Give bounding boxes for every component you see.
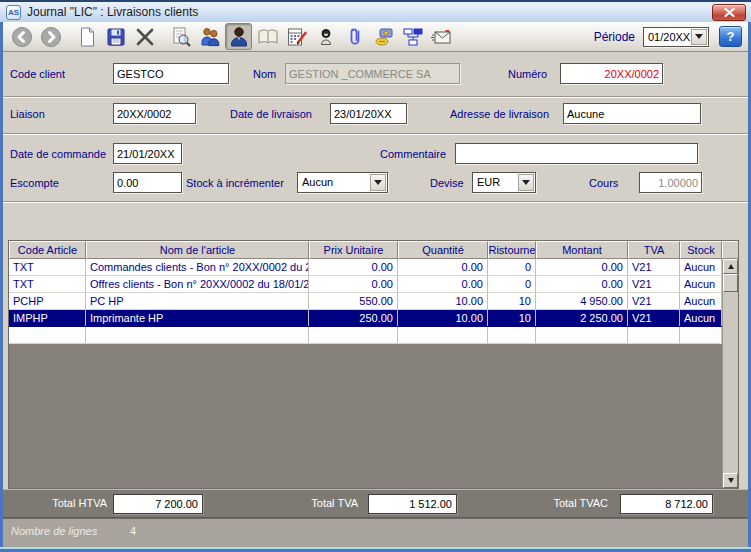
period-dropdown-button[interactable] [691,29,707,45]
email-button[interactable] [428,23,455,50]
cours-input [639,172,702,193]
window-frame [0,22,3,552]
scrollbar-thumb[interactable] [723,274,738,292]
cell-prix: 0.00 [309,276,398,292]
table-row[interactable]: PCHP PC HP 550.00 10.00 10 4 950.00 V21 … [9,293,722,310]
cell-tva: V21 [628,259,680,275]
total-tvac-label: Total TVAC [542,497,608,509]
code-client-input[interactable] [113,63,229,84]
cell-code: TXT [9,276,86,292]
column-header-montant[interactable]: Montant [536,241,628,259]
column-header-quantite[interactable]: Quantité [398,241,488,259]
cell-ristourne: 10 [488,293,536,309]
numero-label: Numéro [508,68,547,80]
client-selected-button[interactable] [225,23,252,50]
forward-button[interactable] [37,23,64,50]
attachment-button[interactable] [341,23,368,50]
cell-nom: PC HP [86,293,309,309]
delete-button[interactable] [131,23,158,50]
preview-document-button[interactable] [167,23,194,50]
contact-button[interactable] [312,23,339,50]
devise-select[interactable]: EUR [472,172,536,193]
date-commande-input[interactable] [113,143,182,164]
status-bar: Nombre de lignes 4 [3,518,748,547]
cell-montant: 0.00 [536,276,628,292]
divider [3,133,748,135]
book-button[interactable] [254,23,281,50]
scroll-down-button[interactable] [723,473,738,488]
new-document-button[interactable] [73,23,100,50]
commentaire-input[interactable] [455,143,698,164]
cell-quantite: 10.00 [398,310,488,326]
title-bar: AS Journal "LIC" : Livraisons clients [0,0,751,22]
column-header-stock[interactable]: Stock [680,241,722,259]
close-button[interactable] [712,4,746,21]
cell-prix: 550.00 [309,293,398,309]
window-frame [0,547,751,552]
structure-button[interactable] [399,23,426,50]
table-row-empty[interactable] [9,327,722,344]
escompte-label: Escompte [10,177,59,189]
total-htva-value [113,494,203,514]
scroll-up-button[interactable] [723,259,738,274]
column-header-spacer [722,241,738,259]
save-icon [104,25,128,49]
payment-button[interactable] [370,23,397,50]
cell-nom: Offres clients - Bon n° 20XX/0002 du 18/… [86,276,309,292]
clients-button[interactable] [196,23,223,50]
column-header-nom-article[interactable]: Nom de l'article [86,241,309,259]
save-button[interactable] [102,23,129,50]
help-button[interactable]: ? [719,26,742,47]
contact-icon [314,25,338,49]
scrollbar-track[interactable] [723,292,738,473]
calendar-edit-button[interactable] [283,23,310,50]
numero-input[interactable] [560,63,663,84]
table-row-selected[interactable]: IMPHP Imprimante HP 250.00 10.00 10 2 25… [9,310,722,327]
cell-nom: Commandes clients - Bon n° 20XX/0002 du … [86,259,309,275]
cell-stock: Aucun [680,259,722,275]
cell-quantite: 0.00 [398,276,488,292]
line-count-value: 4 [130,525,136,537]
window-title: Journal "LIC" : Livraisons clients [27,5,198,19]
date-commande-label: Date de commande [10,148,106,160]
cell-stock: Aucun [680,276,722,292]
adresse-livraison-input[interactable] [563,103,701,124]
liaison-label: Liaison [10,108,45,120]
column-header-tva[interactable]: TVA [628,241,680,259]
escompte-input[interactable] [113,172,182,193]
payment-icon [372,25,396,49]
table-row[interactable]: TXT Commandes clients - Bon n° 20XX/0002… [9,259,722,276]
liaison-input[interactable] [113,103,196,124]
stock-incrementer-select[interactable]: Aucun [297,172,388,193]
code-client-label: Code client [10,68,65,80]
table-scrollbar[interactable] [722,259,738,488]
devise-value: EUR [477,176,500,188]
cell-tva: V21 [628,310,680,326]
total-tva-value [368,494,457,514]
cell-nom: Imprimante HP [86,310,309,326]
devise-dropdown-button[interactable] [518,174,534,191]
table-header-row: Code Article Nom de l'article Prix Unita… [9,241,738,259]
column-header-prix-unitaire[interactable]: Prix Unitaire [309,241,398,259]
toolbar: Période 01/20XX ? [3,22,748,52]
stock-incrementer-dropdown-button[interactable] [370,174,386,191]
back-button[interactable] [8,23,35,50]
cell-montant: 2 250.00 [536,310,628,326]
chevron-down-icon [522,180,530,189]
cell-prix: 0.00 [309,259,398,275]
cell-code: PCHP [9,293,86,309]
column-header-ristourne[interactable]: Ristourne [488,241,536,259]
new-document-icon [75,25,99,49]
table-empty-area [9,344,722,488]
triangle-down-icon [728,478,734,486]
clients-icon [198,25,222,49]
calendar-edit-icon [285,25,309,49]
column-header-code-article[interactable]: Code Article [9,241,86,259]
articles-table: Code Article Nom de l'article Prix Unita… [8,240,739,489]
divider [3,96,748,98]
period-label: Période [594,30,635,44]
period-combobox[interactable]: 01/20XX [643,27,709,47]
date-livraison-input[interactable] [330,103,407,124]
table-row[interactable]: TXT Offres clients - Bon n° 20XX/0002 du… [9,276,722,293]
cours-label: Cours [589,177,618,189]
